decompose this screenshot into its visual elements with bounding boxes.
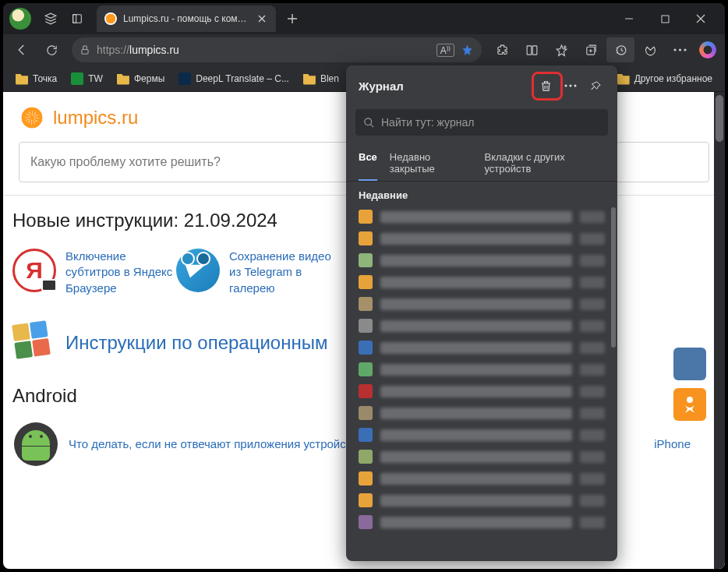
android-icon	[14, 422, 58, 466]
history-item-title	[380, 342, 572, 354]
card-telegram-link[interactable]: Сохранение видео из Telegram в галерею	[229, 249, 340, 296]
history-item[interactable]	[346, 249, 617, 271]
history-item[interactable]	[346, 468, 617, 489]
history-item-title	[380, 473, 572, 485]
history-favicon	[359, 384, 373, 398]
address-bar[interactable]: https://lumpics.ru A))	[72, 37, 482, 62]
bookmark-fermy[interactable]: Фермы	[111, 69, 171, 88]
history-favicon	[359, 253, 373, 267]
bookmark-deepl[interactable]: DeepL Translate – С...	[172, 69, 295, 88]
bookmark-tw[interactable]: TW	[65, 69, 109, 88]
profile-avatar[interactable]	[9, 8, 31, 30]
history-item-time	[580, 364, 605, 376]
history-item-title	[380, 298, 572, 310]
favorites-button[interactable]	[547, 37, 575, 62]
minimize-button[interactable]	[611, 5, 647, 32]
vertical-scrollbar[interactable]	[714, 92, 725, 569]
history-item[interactable]	[346, 489, 617, 511]
history-favicon	[359, 231, 373, 245]
history-item[interactable]	[346, 402, 617, 424]
card-yandex-link[interactable]: Включение субтитров в Яндекс Браузере	[65, 249, 176, 296]
history-item[interactable]	[346, 206, 617, 228]
svg-rect-3	[82, 49, 88, 54]
workspaces-icon[interactable]	[37, 5, 64, 32]
more-button[interactable]	[666, 37, 694, 62]
history-item[interactable]	[346, 358, 617, 380]
card-telegram[interactable]: Сохранение видео из Telegram в галерею	[176, 241, 340, 316]
history-item-title	[380, 364, 572, 376]
history-item-time	[580, 473, 605, 485]
svg-point-11	[687, 397, 693, 403]
history-search-input[interactable]: Найти тут: журнал	[355, 109, 608, 136]
tab-actions-icon[interactable]	[64, 5, 90, 32]
favorite-star-icon[interactable]	[461, 44, 474, 57]
history-favicon	[359, 362, 373, 376]
svg-point-12	[565, 85, 567, 87]
history-item[interactable]	[346, 293, 617, 315]
history-tab-all[interactable]: Все	[359, 147, 377, 181]
social-column	[673, 348, 706, 421]
tab-close-icon[interactable]	[256, 12, 268, 25]
history-title: Журнал	[359, 79, 533, 93]
extensions-button[interactable]	[488, 37, 516, 62]
card-yandex[interactable]: Включение субтитров в Яндекс Браузере	[12, 241, 176, 316]
history-scrollbar[interactable]	[611, 207, 616, 348]
tab-title: Lumpics.ru - помощь с компьют	[123, 13, 249, 24]
iphone-link[interactable]: iPhone	[654, 437, 691, 450]
history-item[interactable]	[346, 315, 617, 337]
history-panel: Журнал Найти тут: журнал Все Недавно зак…	[346, 65, 617, 561]
history-item-time	[580, 255, 605, 267]
maximize-button[interactable]	[647, 5, 683, 32]
back-button[interactable]	[8, 37, 36, 62]
ok-button[interactable]	[673, 388, 706, 421]
history-item-title	[380, 233, 572, 245]
refresh-button[interactable]	[37, 37, 65, 62]
history-item-title	[380, 211, 572, 223]
yandex-icon	[12, 249, 56, 292]
site-name[interactable]: lumpics.ru	[53, 107, 138, 129]
close-window-button[interactable]	[683, 5, 719, 32]
history-item-title	[380, 408, 572, 419]
os-icon	[14, 323, 55, 363]
history-pin-button[interactable]	[583, 73, 608, 98]
history-item[interactable]	[346, 228, 617, 249]
history-delete-button[interactable]	[533, 73, 558, 98]
performance-button[interactable]	[636, 37, 664, 62]
bookmark-tochka[interactable]: Точка	[9, 69, 63, 88]
new-tab-button[interactable]	[281, 7, 304, 30]
history-favicon	[359, 406, 373, 420]
history-more-button[interactable]	[558, 73, 583, 98]
toolbar: https://lumpics.ru A))	[3, 34, 725, 65]
copilot-button[interactable]	[695, 37, 720, 62]
history-item[interactable]	[346, 337, 617, 358]
split-screen-button[interactable]	[518, 37, 546, 62]
history-list[interactable]	[346, 206, 617, 561]
history-item-time	[580, 298, 605, 310]
site-logo[interactable]	[19, 104, 45, 131]
history-item[interactable]	[346, 380, 617, 402]
browser-tab[interactable]: Lumpics.ru - помощь с компьют	[97, 5, 276, 32]
history-favicon	[359, 471, 373, 485]
history-favicon	[359, 493, 373, 507]
history-favicon	[359, 275, 373, 289]
os-link[interactable]: Инструкции по операционным	[65, 332, 327, 354]
titlebar: Lumpics.ru - помощь с компьют	[3, 3, 725, 34]
history-button[interactable]	[606, 37, 634, 62]
history-item[interactable]	[346, 424, 617, 446]
history-item[interactable]	[346, 511, 617, 533]
collections-button[interactable]	[577, 37, 605, 62]
history-tab-other[interactable]: Вкладки с других устройств	[485, 147, 605, 181]
history-tab-recent[interactable]: Недавно закрытые	[390, 147, 472, 181]
vk-button[interactable]	[673, 348, 706, 380]
reader-icon[interactable]: A))	[436, 44, 454, 57]
history-item-time	[580, 517, 605, 528]
history-item-time	[580, 233, 605, 245]
bookmark-other[interactable]: Другое избранное	[611, 69, 719, 88]
bookmark-blen[interactable]: Blen	[297, 69, 345, 88]
svg-point-8	[673, 48, 676, 51]
svg-point-10	[684, 48, 686, 51]
history-tabs: Все Недавно закрытые Вкладки с других ус…	[346, 142, 617, 182]
history-item[interactable]	[346, 271, 617, 293]
history-item[interactable]	[346, 446, 617, 468]
window-controls	[611, 5, 719, 32]
